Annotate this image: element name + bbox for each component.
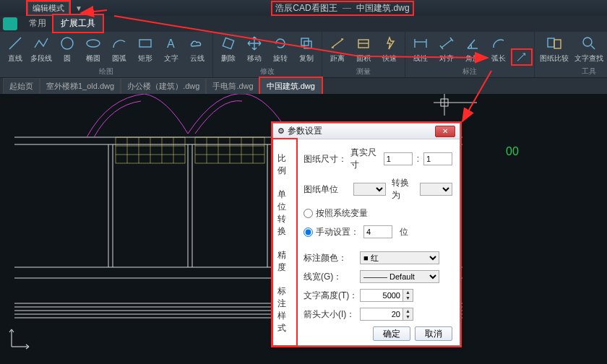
move-button[interactable]: 移动 <box>242 33 267 64</box>
sysvar-label: 按照系统变量 <box>316 207 368 220</box>
edit-mode-label[interactable]: 编辑模式 <box>27 1 69 15</box>
file-tab-4[interactable]: 中国建筑.dwg <box>260 78 322 94</box>
canvas-text: 00 <box>506 145 519 157</box>
rotate-button[interactable]: 旋转 <box>268 33 293 64</box>
title-bar: 编辑模式 ▼ 浩辰CAD看图王 — 中国建筑.dwg <box>0 0 607 16</box>
file-tab-2[interactable]: 办公楼（建筑）.dwg <box>121 78 206 94</box>
settings-icon: ⚙ <box>277 126 285 136</box>
paper-unit-select[interactable] <box>353 183 386 196</box>
group-label-tools: 工具 <box>538 66 607 77</box>
spin-down-icon[interactable]: ▼ <box>403 314 413 320</box>
group-label-annotate: 标注 <box>408 66 531 77</box>
manual-value-input[interactable] <box>363 225 392 238</box>
lineweight-label: 线宽(G)： <box>304 271 360 283</box>
dim-aligned-button[interactable]: 对齐 <box>434 33 459 64</box>
ribbon-group-annotate: 线性 对齐 角度 弧长 标注 <box>405 32 535 77</box>
doc-title: 中国建筑.dwg <box>356 2 409 14</box>
dim-linear-button[interactable]: 线性 <box>408 33 433 64</box>
svg-text:A: A <box>167 38 175 50</box>
side-scale[interactable]: 比例 <box>273 147 296 183</box>
erase-button[interactable]: 删除 <box>216 33 241 64</box>
svg-line-22 <box>591 46 595 49</box>
scale-left-input[interactable] <box>384 152 413 165</box>
svg-line-16 <box>442 40 452 48</box>
distance-button[interactable]: 距离 <box>325 33 350 64</box>
text-height-label: 文字高度(T)： <box>304 290 360 302</box>
svg-rect-20 <box>554 40 561 48</box>
ribbon-group-measure: 距离 面积 快速 测量 <box>322 32 405 77</box>
paper-unit-label: 图纸单位 <box>304 183 353 196</box>
dim-arc-button[interactable]: 弧长 <box>486 33 511 64</box>
svg-rect-5 <box>223 38 233 48</box>
dim-angular-button[interactable]: 角度 <box>460 33 485 64</box>
real-size-label: 真实尺寸 <box>350 147 379 171</box>
ok-button[interactable]: 确定 <box>373 326 410 341</box>
ribbon-group-draw: 直线 多段线 圆 椭圆 圆弧 矩形 A文字 云线 绘图 <box>0 32 213 77</box>
dim-settings-button[interactable] <box>512 50 531 64</box>
arc-button[interactable]: 圆弧 <box>107 33 132 64</box>
dialog-content: 图纸尺寸： 真实尺寸 : 图纸单位 转换为 按照系统变量 手动设置： 位 <box>296 139 460 345</box>
svg-point-1 <box>61 38 73 49</box>
svg-line-0 <box>9 38 21 49</box>
convert-to-select[interactable] <box>420 183 452 196</box>
svg-rect-6 <box>301 38 309 46</box>
convert-to-label: 转换为 <box>392 177 415 202</box>
menu-bar: 常用 扩展工具 <box>0 16 607 32</box>
manual-label: 手动设置： <box>316 226 359 238</box>
file-tab-3[interactable]: 手电筒.dwg <box>206 78 259 94</box>
group-label-draw: 绘图 <box>3 66 210 77</box>
dropdown-arrow-icon[interactable]: ▼ <box>75 4 82 12</box>
ellipse-button[interactable]: 椭圆 <box>81 33 106 64</box>
manual-radio[interactable] <box>304 228 313 237</box>
app-logo-icon[interactable] <box>3 17 17 30</box>
arrow-size-label: 箭头大小(I)： <box>304 308 360 321</box>
parameter-settings-dialog: ⚙ 参数设置 ✕ 比例 单位转换 精度 标注样式 图纸尺寸： 真实尺寸 : 图纸… <box>272 123 460 346</box>
svg-point-21 <box>583 38 592 46</box>
tab-ext-tools[interactable]: 扩展工具 <box>53 15 103 32</box>
cancel-button[interactable]: 取消 <box>415 326 452 341</box>
ribbon-group-edit: 删除 移动 旋转 复制 修改 <box>213 32 322 77</box>
group-label-edit: 修改 <box>216 66 319 77</box>
ribbon-group-tools: 图纸比较 文字查找 外部参照 工具 <box>535 32 607 77</box>
group-label-measure: 测量 <box>325 66 402 77</box>
side-unit[interactable]: 单位转换 <box>273 183 296 243</box>
dialog-titlebar[interactable]: ⚙ 参数设置 ✕ <box>273 124 460 139</box>
sysvar-radio[interactable] <box>304 209 313 218</box>
spin-down-icon[interactable]: ▼ <box>403 295 413 301</box>
file-tab-1[interactable]: 室外楼梯1_old.dwg <box>40 78 121 94</box>
ribbon: 直线 多段线 圆 椭圆 圆弧 矩形 A文字 云线 绘图 删除 移动 旋转 复制 … <box>0 32 607 78</box>
circle-button[interactable]: 圆 <box>55 33 79 64</box>
polyline-button[interactable]: 多段线 <box>29 33 53 64</box>
close-button[interactable]: ✕ <box>435 126 455 137</box>
text-button[interactable]: A文字 <box>159 33 184 64</box>
svg-rect-3 <box>139 40 151 47</box>
svg-rect-7 <box>304 41 311 48</box>
dialog-title: 参数设置 <box>288 125 435 137</box>
lineweight-select[interactable]: ——— Default <box>360 270 439 283</box>
dim-color-select[interactable]: ■ 红 <box>360 251 439 264</box>
spin-up-icon[interactable]: ▲ <box>403 308 413 314</box>
quick-button[interactable]: 快速 <box>377 33 402 64</box>
file-tab-start[interactable]: 起始页 <box>3 78 40 94</box>
unit-digit-label: 位 <box>400 226 408 238</box>
find-text-button[interactable]: 文字查找 <box>572 33 606 64</box>
paper-size-label: 图纸尺寸： <box>304 153 350 165</box>
dim-color-label: 标注颜色： <box>304 252 360 264</box>
side-precision[interactable]: 精度 <box>273 243 296 280</box>
rect-button[interactable]: 矩形 <box>133 33 158 64</box>
spin-up-icon[interactable]: ▲ <box>403 290 413 295</box>
side-dimstyle[interactable]: 标注样式 <box>273 280 296 340</box>
scale-right-input[interactable] <box>423 152 452 165</box>
svg-point-2 <box>87 40 100 47</box>
app-title: 浩辰CAD看图王 <box>275 2 337 14</box>
copy-button[interactable]: 复制 <box>294 33 319 64</box>
area-button[interactable]: 面积 <box>351 33 376 64</box>
text-height-input[interactable] <box>360 289 403 302</box>
tab-common[interactable]: 常用 <box>22 15 53 32</box>
svg-line-8 <box>332 39 343 48</box>
dialog-sidebar: 比例 单位转换 精度 标注样式 <box>273 139 296 345</box>
cloud-button[interactable]: 云线 <box>185 33 210 64</box>
arrow-size-input[interactable] <box>360 308 403 321</box>
line-button[interactable]: 直线 <box>3 33 27 64</box>
compare-button[interactable]: 图纸比较 <box>538 33 571 64</box>
